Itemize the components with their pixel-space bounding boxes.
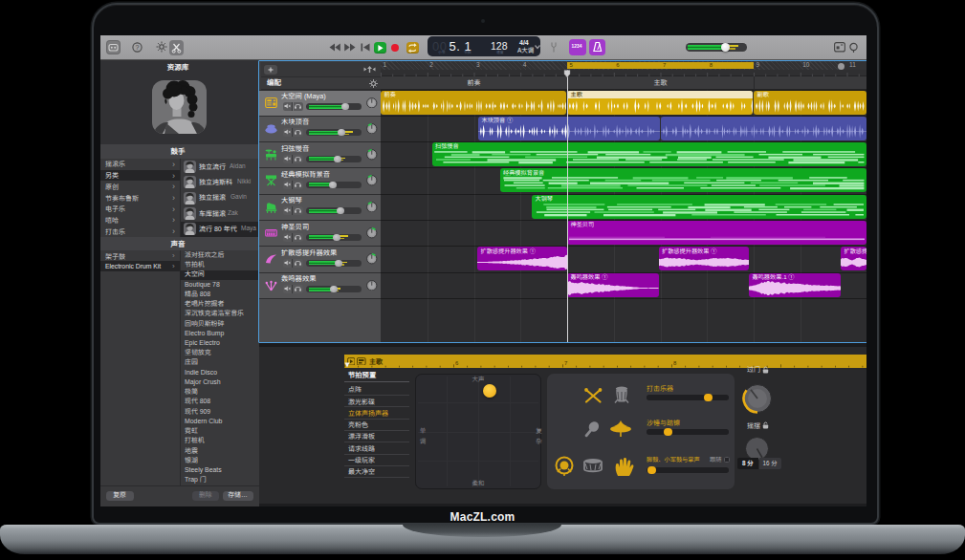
svg-text:?: ?	[136, 44, 140, 51]
